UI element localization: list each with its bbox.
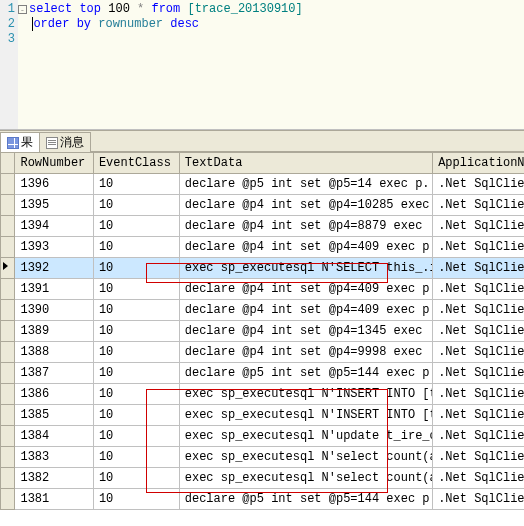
fold-icon[interactable]: -	[18, 5, 27, 14]
cell-textdata[interactable]: exec sp_executesql N'INSERT INTO [t_...	[179, 405, 432, 426]
table-row[interactable]: 139010declare @p4 int set @p4=409 exec p…	[1, 300, 525, 321]
cell-appname[interactable]: .Net SqlClient Data P	[433, 321, 524, 342]
cell-rownumber[interactable]: 1389	[15, 321, 93, 342]
cell-appname[interactable]: .Net SqlClient Data P	[433, 426, 524, 447]
cell-rownumber[interactable]: 1393	[15, 237, 93, 258]
cell-appname[interactable]: .Net SqlClient Data P	[433, 279, 524, 300]
cell-textdata[interactable]: declare @p4 int set @p4=409 exec p...	[179, 300, 432, 321]
cell-rownumber[interactable]: 1395	[15, 195, 93, 216]
cell-appname[interactable]: .Net SqlClient Data P	[433, 363, 524, 384]
table-row[interactable]: 139410declare @p4 int set @p4=8879 exec …	[1, 216, 525, 237]
cell-rownumber[interactable]: 1382	[15, 468, 93, 489]
table-row[interactable]: 138610exec sp_executesql N'INSERT INTO […	[1, 384, 525, 405]
cell-appname[interactable]: .Net SqlClient Data P	[433, 237, 524, 258]
tab-results[interactable]: 果	[0, 132, 39, 152]
cell-rownumber[interactable]: 1383	[15, 447, 93, 468]
cell-rownumber[interactable]: 1388	[15, 342, 93, 363]
cell-textdata[interactable]: declare @p4 int set @p4=10285 exec...	[179, 195, 432, 216]
cell-textdata[interactable]: declare @p4 int set @p4=9998 exec ...	[179, 342, 432, 363]
table-row[interactable]: 138210exec sp_executesql N'select count(…	[1, 468, 525, 489]
cell-eventclass[interactable]: 10	[93, 258, 179, 279]
cell-textdata[interactable]: declare @p5 int set @p5=14 exec p...	[179, 174, 432, 195]
table-row[interactable]: 138410exec sp_executesql N'update t_ire_…	[1, 426, 525, 447]
table-row[interactable]: 139510declare @p4 int set @p4=10285 exec…	[1, 195, 525, 216]
cell-eventclass[interactable]: 10	[93, 237, 179, 258]
table-row[interactable]: 138310exec sp_executesql N'select count(…	[1, 447, 525, 468]
row-header[interactable]	[1, 195, 15, 216]
code-line[interactable]: order by rownumber desc	[18, 17, 524, 32]
cell-appname[interactable]: .Net SqlClient Data P	[433, 174, 524, 195]
results-grid[interactable]: RowNumber EventClass TextData Applicatio…	[0, 152, 524, 526]
cell-rownumber[interactable]: 1385	[15, 405, 93, 426]
row-header[interactable]	[1, 342, 15, 363]
cell-rownumber[interactable]: 1386	[15, 384, 93, 405]
cell-textdata[interactable]: exec sp_executesql N'select count(a...	[179, 468, 432, 489]
cell-eventclass[interactable]: 10	[93, 426, 179, 447]
row-header[interactable]	[1, 447, 15, 468]
row-header[interactable]	[1, 468, 15, 489]
cell-appname[interactable]: .Net SqlClient Data P	[433, 258, 524, 279]
cell-appname[interactable]: .Net SqlClient Data P	[433, 195, 524, 216]
row-header-corner[interactable]	[1, 153, 15, 174]
sql-editor[interactable]: 1 2 3 -select top 100 * from [trace_2013…	[0, 0, 524, 130]
cell-eventclass[interactable]: 10	[93, 342, 179, 363]
cell-textdata[interactable]: declare @p4 int set @p4=8879 exec ...	[179, 216, 432, 237]
cell-rownumber[interactable]: 1381	[15, 489, 93, 510]
cell-rownumber[interactable]: 1391	[15, 279, 93, 300]
table-row[interactable]: 138810declare @p4 int set @p4=9998 exec …	[1, 342, 525, 363]
code-line[interactable]	[18, 32, 524, 47]
cell-rownumber[interactable]: 1390	[15, 300, 93, 321]
cell-textdata[interactable]: exec sp_executesql N'update t_ire_ca...	[179, 426, 432, 447]
cell-rownumber[interactable]: 1384	[15, 426, 93, 447]
cell-rownumber[interactable]: 1387	[15, 363, 93, 384]
table-row[interactable]: 138710declare @p5 int set @p5=144 exec p…	[1, 363, 525, 384]
cell-appname[interactable]: .Net SqlClient Data P	[433, 405, 524, 426]
row-header[interactable]	[1, 384, 15, 405]
cell-textdata[interactable]: declare @p4 int set @p4=1345 exec ...	[179, 321, 432, 342]
row-header[interactable]	[1, 426, 15, 447]
table-row[interactable]: 139210exec sp_executesql N'SELECT this_.…	[1, 258, 525, 279]
row-header[interactable]	[1, 258, 15, 279]
cell-eventclass[interactable]: 10	[93, 279, 179, 300]
table-row[interactable]: 139610declare @p5 int set @p5=14 exec p.…	[1, 174, 525, 195]
table-row[interactable]: 139110declare @p4 int set @p4=409 exec p…	[1, 279, 525, 300]
cell-eventclass[interactable]: 10	[93, 489, 179, 510]
tab-messages[interactable]: 消息	[39, 132, 91, 152]
results-table[interactable]: RowNumber EventClass TextData Applicatio…	[0, 152, 524, 510]
cell-textdata[interactable]: declare @p5 int set @p5=144 exec p...	[179, 363, 432, 384]
row-header[interactable]	[1, 489, 15, 510]
row-header[interactable]	[1, 321, 15, 342]
row-header[interactable]	[1, 363, 15, 384]
cell-rownumber[interactable]: 1394	[15, 216, 93, 237]
cell-eventclass[interactable]: 10	[93, 405, 179, 426]
row-header[interactable]	[1, 174, 15, 195]
cell-appname[interactable]: .Net SqlClient Data P	[433, 468, 524, 489]
cell-eventclass[interactable]: 10	[93, 300, 179, 321]
cell-textdata[interactable]: declare @p4 int set @p4=409 exec p...	[179, 237, 432, 258]
row-header[interactable]	[1, 237, 15, 258]
cell-appname[interactable]: .Net SqlClient Data P	[433, 489, 524, 510]
cell-appname[interactable]: .Net SqlClient Data P	[433, 447, 524, 468]
table-row[interactable]: 139310declare @p4 int set @p4=409 exec p…	[1, 237, 525, 258]
cell-rownumber[interactable]: 1392	[15, 258, 93, 279]
col-header-textdata[interactable]: TextData	[179, 153, 432, 174]
cell-textdata[interactable]: exec sp_executesql N'SELECT this_.id...	[179, 258, 432, 279]
row-header[interactable]	[1, 300, 15, 321]
row-header[interactable]	[1, 216, 15, 237]
cell-eventclass[interactable]: 10	[93, 468, 179, 489]
cell-eventclass[interactable]: 10	[93, 216, 179, 237]
cell-textdata[interactable]: declare @p4 int set @p4=409 exec p...	[179, 279, 432, 300]
cell-eventclass[interactable]: 10	[93, 384, 179, 405]
code-area[interactable]: -select top 100 * from [trace_20130910] …	[18, 0, 524, 129]
table-row[interactable]: 138510exec sp_executesql N'INSERT INTO […	[1, 405, 525, 426]
cell-textdata[interactable]: declare @p5 int set @p5=144 exec p...	[179, 489, 432, 510]
col-header-eventclass[interactable]: EventClass	[93, 153, 179, 174]
col-header-appname[interactable]: ApplicationName	[433, 153, 524, 174]
cell-textdata[interactable]: exec sp_executesql N'INSERT INTO [t_...	[179, 384, 432, 405]
row-header[interactable]	[1, 405, 15, 426]
table-row[interactable]: 138910declare @p4 int set @p4=1345 exec …	[1, 321, 525, 342]
cell-eventclass[interactable]: 10	[93, 447, 179, 468]
cell-textdata[interactable]: exec sp_executesql N'select count(a...	[179, 447, 432, 468]
cell-appname[interactable]: .Net SqlClient Data P	[433, 342, 524, 363]
cell-appname[interactable]: .Net SqlClient Data P	[433, 384, 524, 405]
